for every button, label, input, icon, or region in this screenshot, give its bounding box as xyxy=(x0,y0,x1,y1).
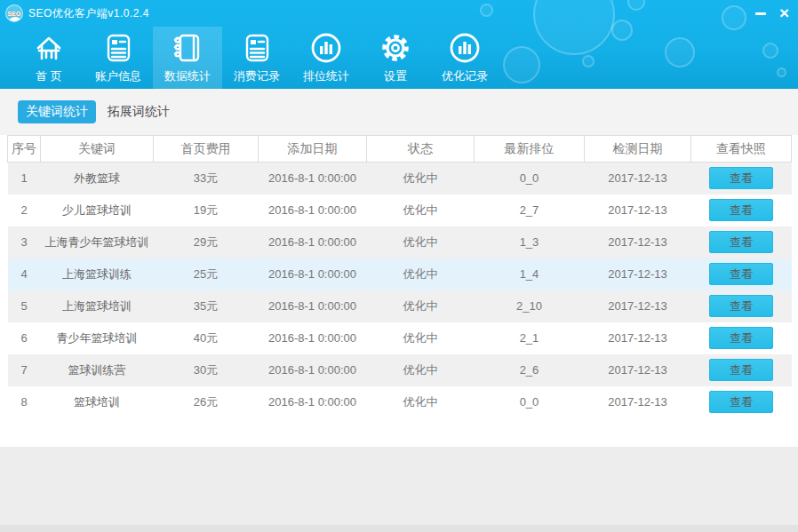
cell-checked: 2017-12-13 xyxy=(585,226,691,258)
cell-status: 优化中 xyxy=(367,386,475,418)
cell-cost: 35元 xyxy=(154,290,259,322)
cell-cost: 30元 xyxy=(154,354,259,386)
view-snapshot-button[interactable]: 查看 xyxy=(709,263,773,285)
cell-status: 优化中 xyxy=(367,354,475,386)
cell-snapshot: 查看 xyxy=(691,258,792,290)
cell-added: 2016-8-1 0:00:00 xyxy=(259,195,367,226)
nav-item-label: 消费记录 xyxy=(234,68,280,84)
cell-no: 2 xyxy=(8,195,41,226)
data-stats-icon xyxy=(170,30,205,66)
nav-item-consume-records[interactable]: 消费记录 xyxy=(222,27,291,89)
cell-snapshot: 查看 xyxy=(691,386,792,418)
cell-keyword: 篮球培训 xyxy=(41,386,154,418)
account-info-icon xyxy=(100,30,136,66)
view-snapshot-button[interactable]: 查看 xyxy=(709,199,773,221)
titlebar: SEO SEO优化客户端v1.0.2.4 × xyxy=(0,0,798,27)
cell-added: 2016-8-1 0:00:00 xyxy=(259,226,367,258)
cell-status: 优化中 xyxy=(367,226,475,258)
header-rank: 最新排位 xyxy=(475,136,585,163)
cell-snapshot: 查看 xyxy=(691,354,792,386)
cell-rank: 0_0 xyxy=(475,163,585,195)
keyword-table: 序号 关键词 首页费用 添加日期 状态 最新排位 检测日期 查看快照 1 外教篮… xyxy=(7,135,792,418)
table-row[interactable]: 4 上海篮球训练 25元 2016-8-1 0:00:00 优化中 1_4 20… xyxy=(8,258,792,290)
nav-item-label: 账户信息 xyxy=(95,68,141,84)
cell-checked: 2017-12-13 xyxy=(585,290,691,322)
table-row[interactable]: 1 外教篮球 33元 2016-8-1 0:00:00 优化中 0_0 2017… xyxy=(8,163,792,195)
view-snapshot-button[interactable]: 查看 xyxy=(709,231,773,253)
cell-no: 8 xyxy=(8,386,41,418)
cell-rank: 2_7 xyxy=(475,195,585,226)
ranking-stats-icon xyxy=(308,30,344,66)
cell-no: 4 xyxy=(8,258,41,290)
cell-no: 3 xyxy=(8,226,41,258)
view-snapshot-button[interactable]: 查看 xyxy=(709,391,773,413)
view-snapshot-button[interactable]: 查看 xyxy=(709,295,773,317)
app-window: SEO SEO优化客户端v1.0.2.4 × 首 页 账户信息 xyxy=(0,0,798,532)
cell-status: 优化中 xyxy=(367,322,475,354)
cell-cost: 33元 xyxy=(154,163,259,195)
table-row[interactable]: 6 青少年篮球培训 40元 2016-8-1 0:00:00 优化中 2_1 2… xyxy=(8,322,792,354)
close-button[interactable]: × xyxy=(779,7,789,20)
consume-records-icon xyxy=(239,30,275,66)
tab-expanded-word-stats[interactable]: 拓展词统计 xyxy=(100,100,178,123)
cell-cost: 40元 xyxy=(154,322,259,354)
table-body: 1 外教篮球 33元 2016-8-1 0:00:00 优化中 0_0 2017… xyxy=(8,163,792,418)
header-added: 添加日期 xyxy=(259,136,367,163)
nav-item-optimize-records[interactable]: 优化记录 xyxy=(430,27,499,89)
minimize-button[interactable] xyxy=(754,7,767,20)
cell-rank: 0_0 xyxy=(475,386,585,418)
cell-added: 2016-8-1 0:00:00 xyxy=(259,386,367,418)
keyword-table-panel: 序号 关键词 首页费用 添加日期 状态 最新排位 检测日期 查看快照 1 外教篮… xyxy=(0,135,798,447)
settings-gear-icon xyxy=(378,30,413,66)
cell-no: 7 xyxy=(8,354,41,386)
cell-rank: 2_1 xyxy=(475,322,585,354)
header-no: 序号 xyxy=(8,136,41,163)
cell-cost: 29元 xyxy=(154,226,259,258)
cell-status: 优化中 xyxy=(367,163,475,195)
cell-keyword: 外教篮球 xyxy=(41,163,154,195)
table-row[interactable]: 2 少儿篮球培训 19元 2016-8-1 0:00:00 优化中 2_7 20… xyxy=(8,195,792,226)
app-logo-icon: SEO xyxy=(5,4,23,22)
nav-item-home[interactable]: 首 页 xyxy=(14,27,84,89)
view-snapshot-button[interactable]: 查看 xyxy=(709,327,773,349)
nav-item-label: 优化记录 xyxy=(442,68,488,84)
main-navigation: 首 页 账户信息 数据统计 xyxy=(0,27,798,89)
tab-keyword-stats[interactable]: 关键词统计 xyxy=(18,100,96,123)
table-header-row: 序号 关键词 首页费用 添加日期 状态 最新排位 检测日期 查看快照 xyxy=(8,136,792,163)
cell-keyword: 上海篮球训练 xyxy=(41,258,154,290)
cell-keyword: 青少年篮球培训 xyxy=(41,322,154,354)
cell-no: 6 xyxy=(8,322,41,354)
nav-item-ranking-stats[interactable]: 排位统计 xyxy=(291,27,361,89)
table-row[interactable]: 5 上海篮球培训 35元 2016-8-1 0:00:00 优化中 2_10 2… xyxy=(8,290,792,322)
cell-status: 优化中 xyxy=(367,258,475,290)
cell-added: 2016-8-1 0:00:00 xyxy=(259,354,367,386)
header-status: 状态 xyxy=(367,136,475,163)
header-checked: 检测日期 xyxy=(585,136,691,163)
table-row[interactable]: 8 篮球培训 26元 2016-8-1 0:00:00 优化中 0_0 2017… xyxy=(8,386,792,418)
nav-item-label: 排位统计 xyxy=(303,68,349,84)
view-snapshot-button[interactable]: 查看 xyxy=(709,167,773,189)
cell-checked: 2017-12-13 xyxy=(585,354,691,386)
header-keyword: 关键词 xyxy=(41,136,154,163)
cell-checked: 2017-12-13 xyxy=(585,386,691,418)
cell-keyword: 上海青少年篮球培训 xyxy=(41,226,154,258)
window-title: SEO优化客户端v1.0.2.4 xyxy=(28,6,149,21)
cell-cost: 26元 xyxy=(154,386,259,418)
sub-tabbar: 关键词统计 拓展词统计 xyxy=(0,89,798,135)
cell-rank: 1_4 xyxy=(475,258,585,290)
cell-snapshot: 查看 xyxy=(691,322,792,354)
header-snapshot: 查看快照 xyxy=(691,136,792,163)
cell-snapshot: 查看 xyxy=(691,163,792,195)
nav-item-data-stats[interactable]: 数据统计 xyxy=(153,27,222,89)
cell-status: 优化中 xyxy=(367,195,475,226)
cell-snapshot: 查看 xyxy=(691,226,792,258)
view-snapshot-button[interactable]: 查看 xyxy=(709,359,773,381)
table-row[interactable]: 3 上海青少年篮球培训 29元 2016-8-1 0:00:00 优化中 1_3… xyxy=(8,226,792,258)
cell-added: 2016-8-1 0:00:00 xyxy=(259,163,367,195)
cell-status: 优化中 xyxy=(367,290,475,322)
bottom-strip xyxy=(0,525,798,532)
nav-item-settings[interactable]: 设置 xyxy=(361,27,430,89)
header-cost: 首页费用 xyxy=(154,136,259,163)
nav-item-account-info[interactable]: 账户信息 xyxy=(84,27,153,89)
table-row[interactable]: 7 篮球训练营 30元 2016-8-1 0:00:00 优化中 2_6 201… xyxy=(8,354,792,386)
